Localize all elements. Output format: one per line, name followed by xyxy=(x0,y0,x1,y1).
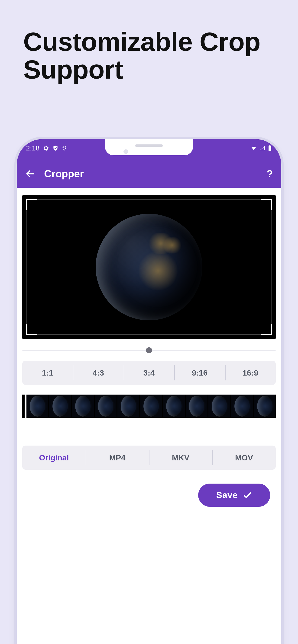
format-selector: OriginalMP4MKVMOV xyxy=(22,446,276,470)
format-option[interactable]: MOV xyxy=(212,446,276,470)
save-button[interactable]: Save xyxy=(198,484,270,507)
format-option[interactable]: MP4 xyxy=(86,446,149,470)
app-bar: Cropper ? xyxy=(17,160,281,188)
phone-notch xyxy=(105,139,193,155)
rotation-slider[interactable] xyxy=(22,347,276,354)
timeline-frame[interactable] xyxy=(95,394,117,418)
crop-preview[interactable] xyxy=(22,195,276,339)
phone-camera-dot xyxy=(123,149,128,154)
svg-rect-2 xyxy=(269,145,271,146)
signal-icon xyxy=(259,145,265,151)
aspect-ratio-selector: 1:14:33:49:1616:9 xyxy=(22,361,276,385)
timeline-frame[interactable] xyxy=(163,394,185,418)
format-option[interactable]: MKV xyxy=(149,446,212,470)
timeline-playhead[interactable] xyxy=(25,394,27,419)
timeline-frame[interactable] xyxy=(186,394,207,418)
format-option[interactable]: Original xyxy=(22,446,86,470)
check-icon xyxy=(243,490,252,500)
timeline-frame[interactable] xyxy=(140,394,162,418)
back-arrow-icon[interactable] xyxy=(25,169,35,179)
timeline-frame[interactable] xyxy=(208,394,230,418)
timeline-frame[interactable] xyxy=(231,394,253,418)
crop-handle-bl[interactable] xyxy=(26,324,37,335)
phone-screen: 2:18 xyxy=(17,139,281,644)
crop-handle-tr[interactable] xyxy=(261,199,272,210)
help-icon[interactable]: ? xyxy=(267,168,273,180)
crop-frame[interactable] xyxy=(27,199,271,335)
aspect-ratio-option[interactable]: 4:3 xyxy=(73,361,123,385)
timeline-frame[interactable] xyxy=(27,394,48,418)
timeline-frame[interactable] xyxy=(49,394,71,418)
aspect-ratio-option[interactable]: 3:4 xyxy=(124,361,174,385)
aspect-ratio-option[interactable]: 16:9 xyxy=(225,361,276,385)
settings-icon xyxy=(43,145,49,152)
topbar: 2:18 xyxy=(17,139,281,188)
aspect-ratio-option[interactable]: 1:1 xyxy=(22,361,73,385)
status-time: 2:18 xyxy=(26,144,40,152)
phone-mockup: 2:18 xyxy=(17,139,281,644)
battery-icon xyxy=(268,145,272,152)
location-icon xyxy=(62,145,67,151)
timeline-filmstrip[interactable] xyxy=(22,394,276,418)
marketing-headline: Customizable Crop Support xyxy=(23,28,275,83)
page-title: Cropper xyxy=(44,168,84,180)
timeline-frame[interactable] xyxy=(72,394,94,418)
slider-thumb[interactable] xyxy=(146,347,152,353)
svg-rect-1 xyxy=(268,146,271,151)
timeline-frame[interactable] xyxy=(117,394,139,418)
wifi-icon xyxy=(250,145,257,151)
crop-handle-br[interactable] xyxy=(261,324,272,335)
svg-point-0 xyxy=(64,147,65,148)
shield-icon xyxy=(53,145,59,151)
timeline-frame[interactable] xyxy=(254,394,276,418)
aspect-ratio-option[interactable]: 9:16 xyxy=(174,361,225,385)
crop-handle-tl[interactable] xyxy=(26,199,37,210)
save-button-label: Save xyxy=(216,490,238,500)
